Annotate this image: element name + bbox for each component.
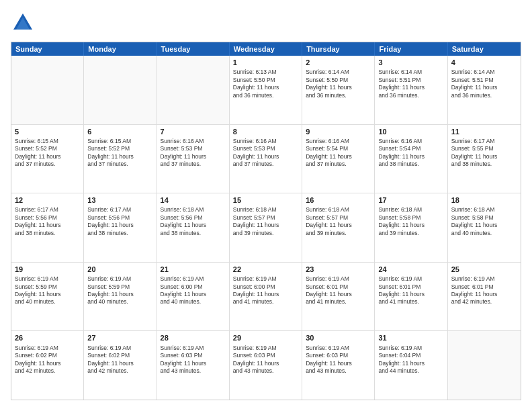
day-info: Sunrise: 6:19 AM Sunset: 6:03 PM Dayligh… bbox=[161, 345, 226, 375]
calendar-week-4: 19Sunrise: 6:19 AM Sunset: 5:59 PM Dayli… bbox=[11, 263, 521, 332]
day-info: Sunrise: 6:19 AM Sunset: 6:00 PM Dayligh… bbox=[161, 275, 226, 306]
calendar-cell: 10Sunrise: 6:16 AM Sunset: 5:54 PM Dayli… bbox=[375, 125, 447, 193]
day-info: Sunrise: 6:19 AM Sunset: 6:03 PM Dayligh… bbox=[306, 345, 371, 375]
day-info: Sunrise: 6:14 AM Sunset: 5:51 PM Dayligh… bbox=[451, 68, 517, 99]
logo-icon bbox=[11, 11, 35, 35]
day-number: 9 bbox=[306, 127, 371, 136]
calendar-cell: 1Sunrise: 6:13 AM Sunset: 5:50 PM Daylig… bbox=[230, 56, 302, 124]
calendar-cell: 28Sunrise: 6:19 AM Sunset: 6:03 PM Dayli… bbox=[157, 331, 230, 400]
calendar-cell: 29Sunrise: 6:19 AM Sunset: 6:03 PM Dayli… bbox=[230, 331, 302, 400]
day-number: 18 bbox=[451, 195, 517, 205]
day-number: 15 bbox=[233, 195, 298, 205]
day-info: Sunrise: 6:15 AM Sunset: 5:52 PM Dayligh… bbox=[87, 138, 152, 169]
calendar-week-2: 5Sunrise: 6:15 AM Sunset: 5:52 PM Daylig… bbox=[11, 125, 521, 194]
day-number: 17 bbox=[378, 195, 443, 205]
calendar-cell: 13Sunrise: 6:17 AM Sunset: 5:56 PM Dayli… bbox=[84, 193, 157, 262]
logo bbox=[11, 11, 38, 35]
header-day-wednesday: Wednesday bbox=[230, 42, 302, 56]
calendar-cell: 21Sunrise: 6:19 AM Sunset: 6:00 PM Dayli… bbox=[157, 263, 230, 331]
day-info: Sunrise: 6:18 AM Sunset: 5:57 PM Dayligh… bbox=[233, 206, 298, 237]
day-info: Sunrise: 6:19 AM Sunset: 5:59 PM Dayligh… bbox=[15, 275, 80, 306]
header-day-monday: Monday bbox=[84, 42, 157, 56]
day-info: Sunrise: 6:19 AM Sunset: 6:02 PM Dayligh… bbox=[87, 345, 152, 375]
day-number: 4 bbox=[451, 58, 517, 67]
day-info: Sunrise: 6:15 AM Sunset: 5:52 PM Dayligh… bbox=[15, 138, 80, 169]
day-number: 27 bbox=[87, 333, 152, 342]
calendar-cell bbox=[84, 56, 157, 124]
day-number: 10 bbox=[378, 127, 443, 136]
calendar-cell: 26Sunrise: 6:19 AM Sunset: 6:02 PM Dayli… bbox=[11, 331, 84, 400]
header-day-thursday: Thursday bbox=[302, 42, 375, 56]
calendar-week-1: 1Sunrise: 6:13 AM Sunset: 5:50 PM Daylig… bbox=[11, 56, 521, 125]
day-number: 11 bbox=[451, 127, 517, 136]
day-info: Sunrise: 6:18 AM Sunset: 5:58 PM Dayligh… bbox=[451, 206, 517, 237]
calendar-cell: 14Sunrise: 6:18 AM Sunset: 5:56 PM Dayli… bbox=[157, 193, 230, 262]
calendar-cell bbox=[157, 56, 230, 124]
day-info: Sunrise: 6:19 AM Sunset: 6:01 PM Dayligh… bbox=[306, 275, 371, 306]
day-info: Sunrise: 6:16 AM Sunset: 5:54 PM Dayligh… bbox=[306, 138, 371, 169]
header-day-friday: Friday bbox=[375, 42, 447, 56]
day-number: 28 bbox=[161, 333, 226, 342]
header-day-saturday: Saturday bbox=[448, 42, 521, 56]
calendar-cell: 11Sunrise: 6:17 AM Sunset: 5:55 PM Dayli… bbox=[448, 125, 521, 193]
calendar-cell: 23Sunrise: 6:19 AM Sunset: 6:01 PM Dayli… bbox=[302, 263, 375, 331]
header bbox=[11, 11, 521, 35]
calendar-cell: 24Sunrise: 6:19 AM Sunset: 6:01 PM Dayli… bbox=[375, 263, 447, 331]
day-number: 30 bbox=[306, 333, 371, 342]
day-info: Sunrise: 6:19 AM Sunset: 5:59 PM Dayligh… bbox=[87, 275, 152, 306]
day-number: 19 bbox=[15, 265, 80, 274]
day-number: 16 bbox=[306, 195, 371, 205]
day-number: 3 bbox=[378, 58, 443, 67]
day-number: 20 bbox=[87, 265, 152, 274]
calendar: SundayMondayTuesdayWednesdayThursdayFrid… bbox=[11, 42, 521, 400]
day-number: 29 bbox=[233, 333, 298, 342]
calendar-cell: 25Sunrise: 6:19 AM Sunset: 6:01 PM Dayli… bbox=[448, 263, 521, 331]
day-info: Sunrise: 6:19 AM Sunset: 6:01 PM Dayligh… bbox=[378, 275, 443, 306]
day-info: Sunrise: 6:17 AM Sunset: 5:56 PM Dayligh… bbox=[15, 206, 80, 237]
day-number: 23 bbox=[306, 265, 371, 274]
day-number: 1 bbox=[233, 58, 298, 67]
day-info: Sunrise: 6:19 AM Sunset: 6:04 PM Dayligh… bbox=[378, 345, 443, 375]
calendar-cell: 12Sunrise: 6:17 AM Sunset: 5:56 PM Dayli… bbox=[11, 193, 84, 262]
calendar-cell: 6Sunrise: 6:15 AM Sunset: 5:52 PM Daylig… bbox=[84, 125, 157, 193]
day-info: Sunrise: 6:16 AM Sunset: 5:53 PM Dayligh… bbox=[233, 138, 298, 169]
day-info: Sunrise: 6:17 AM Sunset: 5:55 PM Dayligh… bbox=[451, 138, 517, 169]
calendar-cell: 2Sunrise: 6:14 AM Sunset: 5:50 PM Daylig… bbox=[302, 56, 375, 124]
day-number: 13 bbox=[87, 195, 152, 205]
day-number: 5 bbox=[15, 127, 80, 136]
calendar-cell: 16Sunrise: 6:18 AM Sunset: 5:57 PM Dayli… bbox=[302, 193, 375, 262]
header-day-sunday: Sunday bbox=[11, 42, 84, 56]
day-info: Sunrise: 6:17 AM Sunset: 5:56 PM Dayligh… bbox=[87, 206, 152, 237]
day-number: 2 bbox=[306, 58, 371, 67]
header-day-tuesday: Tuesday bbox=[157, 42, 230, 56]
calendar-cell: 8Sunrise: 6:16 AM Sunset: 5:53 PM Daylig… bbox=[230, 125, 302, 193]
calendar-cell: 17Sunrise: 6:18 AM Sunset: 5:58 PM Dayli… bbox=[375, 193, 447, 262]
calendar-cell bbox=[11, 56, 84, 124]
day-info: Sunrise: 6:14 AM Sunset: 5:51 PM Dayligh… bbox=[378, 68, 443, 99]
calendar-cell: 3Sunrise: 6:14 AM Sunset: 5:51 PM Daylig… bbox=[375, 56, 447, 124]
day-info: Sunrise: 6:19 AM Sunset: 6:00 PM Dayligh… bbox=[233, 275, 298, 306]
calendar-cell: 7Sunrise: 6:16 AM Sunset: 5:53 PM Daylig… bbox=[157, 125, 230, 193]
day-info: Sunrise: 6:16 AM Sunset: 5:53 PM Dayligh… bbox=[161, 138, 226, 169]
day-number: 6 bbox=[87, 127, 152, 136]
calendar-cell: 19Sunrise: 6:19 AM Sunset: 5:59 PM Dayli… bbox=[11, 263, 84, 331]
day-info: Sunrise: 6:19 AM Sunset: 6:01 PM Dayligh… bbox=[451, 275, 517, 306]
day-number: 24 bbox=[378, 265, 443, 274]
calendar-cell: 15Sunrise: 6:18 AM Sunset: 5:57 PM Dayli… bbox=[230, 193, 302, 262]
calendar-cell: 4Sunrise: 6:14 AM Sunset: 5:51 PM Daylig… bbox=[448, 56, 521, 124]
calendar-header: SundayMondayTuesdayWednesdayThursdayFrid… bbox=[11, 42, 521, 56]
calendar-week-3: 12Sunrise: 6:17 AM Sunset: 5:56 PM Dayli… bbox=[11, 193, 521, 263]
day-number: 12 bbox=[15, 195, 80, 205]
day-info: Sunrise: 6:13 AM Sunset: 5:50 PM Dayligh… bbox=[233, 68, 298, 99]
day-info: Sunrise: 6:19 AM Sunset: 6:02 PM Dayligh… bbox=[15, 345, 80, 375]
calendar-cell: 22Sunrise: 6:19 AM Sunset: 6:00 PM Dayli… bbox=[230, 263, 302, 331]
day-number: 8 bbox=[233, 127, 298, 136]
calendar-body: 1Sunrise: 6:13 AM Sunset: 5:50 PM Daylig… bbox=[11, 56, 521, 400]
day-info: Sunrise: 6:18 AM Sunset: 5:57 PM Dayligh… bbox=[306, 206, 371, 237]
calendar-cell: 20Sunrise: 6:19 AM Sunset: 5:59 PM Dayli… bbox=[84, 263, 157, 331]
day-info: Sunrise: 6:18 AM Sunset: 5:56 PM Dayligh… bbox=[161, 206, 226, 237]
calendar-cell bbox=[448, 331, 521, 400]
day-number: 7 bbox=[161, 127, 226, 136]
page: SundayMondayTuesdayWednesdayThursdayFrid… bbox=[0, 0, 532, 411]
calendar-cell: 30Sunrise: 6:19 AM Sunset: 6:03 PM Dayli… bbox=[302, 331, 375, 400]
